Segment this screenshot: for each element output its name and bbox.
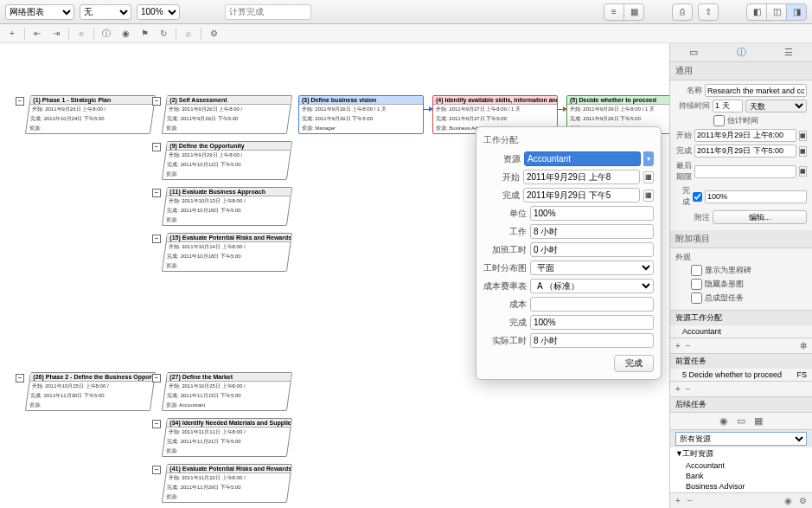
card-title: (26) Phase 2 - Define the Business Oppor… bbox=[30, 373, 154, 382]
field-end[interactable] bbox=[694, 145, 796, 158]
resource-row[interactable]: Accountant bbox=[670, 460, 812, 471]
task-card[interactable]: (27) Define the Market开始: 2011年10月25日 上午… bbox=[162, 372, 292, 411]
collapse-toggle[interactable]: − bbox=[152, 420, 161, 428]
collapse-toggle[interactable]: − bbox=[152, 235, 161, 243]
checkbox-extra[interactable] bbox=[691, 293, 702, 304]
calendar-icon[interactable]: ▦ bbox=[643, 190, 654, 202]
card-start: 开始: 2011年9月26日 上午8:00 / 1 天 bbox=[299, 105, 423, 114]
resource-row[interactable]: Bank bbox=[670, 471, 812, 481]
resource-filter-select[interactable]: 所有资源 bbox=[675, 432, 807, 446]
field-unit[interactable] bbox=[530, 206, 654, 221]
dropdown-icon[interactable]: ▾ bbox=[643, 151, 654, 166]
search-input[interactable] bbox=[225, 4, 311, 20]
field-work[interactable] bbox=[530, 224, 654, 239]
person-icon[interactable]: ◉ bbox=[784, 496, 792, 505]
collapse-toggle[interactable]: − bbox=[16, 97, 24, 106]
task-card[interactable]: (2) Self Assessment开始: 2011年9月26日 上午8:00… bbox=[162, 95, 292, 134]
card-resource: 资源: bbox=[27, 124, 150, 133]
remove-icon[interactable]: − bbox=[687, 496, 693, 505]
inspector-tab-doc[interactable]: ▭ bbox=[670, 43, 718, 61]
field-contour[interactable]: 平面 bbox=[530, 260, 654, 275]
redo-icon[interactable]: ↻ bbox=[157, 27, 170, 41]
zoom-icon[interactable]: ⌕ bbox=[182, 27, 195, 41]
add-icon[interactable]: + bbox=[5, 27, 19, 41]
collapse-toggle[interactable]: − bbox=[152, 466, 161, 474]
field-rate[interactable]: A （标准） bbox=[530, 279, 654, 293]
collapse-toggle[interactable]: − bbox=[152, 374, 161, 383]
edit-notes-button[interactable]: 编辑... bbox=[713, 210, 807, 224]
remove-icon[interactable]: − bbox=[686, 341, 691, 350]
panel-right-icon[interactable]: ◨ bbox=[786, 3, 807, 21]
field-pstart[interactable] bbox=[523, 170, 640, 184]
checkbox-complete[interactable] bbox=[693, 192, 702, 202]
settings-icon[interactable]: ⚙ bbox=[207, 27, 221, 41]
checkbox-estimate[interactable] bbox=[713, 115, 725, 126]
calendar-icon[interactable]: ▦ bbox=[799, 131, 807, 141]
collapse-toggle[interactable]: − bbox=[152, 189, 161, 197]
add-icon[interactable]: + bbox=[675, 341, 681, 350]
checkbox-extra[interactable] bbox=[691, 279, 702, 290]
header-assignments: 资源工作分配 bbox=[675, 312, 722, 324]
checkbox-extra[interactable] bbox=[691, 265, 702, 276]
person-icon[interactable]: ◉ bbox=[719, 415, 728, 427]
task-card[interactable]: (34) Identify Needed Materials and Suppl… bbox=[162, 418, 292, 457]
add-icon[interactable]: + bbox=[675, 384, 681, 394]
grid-icon[interactable]: ▦ bbox=[754, 415, 763, 427]
gear-icon[interactable]: ⚙ bbox=[799, 496, 807, 505]
predecessor-row[interactable]: 5 Decide whether to proceedFS bbox=[670, 369, 812, 381]
remove-icon[interactable]: − bbox=[686, 384, 691, 394]
person-icon[interactable]: ◉ bbox=[118, 27, 132, 41]
duration-unit-select[interactable]: 天数 bbox=[745, 100, 807, 113]
calendar-icon[interactable]: ▦ bbox=[799, 146, 807, 157]
field-complete[interactable] bbox=[705, 190, 807, 203]
task-card[interactable]: (26) Phase 2 - Define the Business Oppor… bbox=[25, 372, 156, 411]
field-duration[interactable] bbox=[713, 100, 743, 113]
add-icon[interactable]: + bbox=[675, 496, 681, 505]
resource-group[interactable]: ▼工时资源 bbox=[670, 447, 812, 460]
field-resource[interactable] bbox=[524, 151, 641, 166]
field-name[interactable] bbox=[705, 84, 807, 97]
view-type-select[interactable]: 网络图表 bbox=[5, 4, 74, 20]
card-end: 完成: 2011年10月18日 下午5:00 bbox=[164, 252, 288, 261]
flag-icon[interactable]: ⚑ bbox=[137, 27, 151, 41]
section-extra: 附加项目 bbox=[670, 230, 812, 248]
collapse-toggle[interactable]: − bbox=[152, 97, 161, 106]
info-icon[interactable]: ⓘ bbox=[99, 27, 113, 41]
field-pend[interactable] bbox=[523, 188, 640, 203]
task-card[interactable]: (9) Define the Opportunity开始: 2011年9月29日… bbox=[162, 141, 292, 180]
task-card[interactable]: (15) Evaluate Potential Risks and Reward… bbox=[162, 233, 292, 272]
collapse-toggle[interactable]: − bbox=[16, 374, 24, 383]
share-icon[interactable]: ⇪ bbox=[698, 3, 719, 21]
link-icon[interactable]: ⟐ bbox=[74, 27, 88, 41]
collapse-toggle[interactable]: − bbox=[152, 143, 161, 151]
action-icon[interactable]: ✼ bbox=[800, 341, 807, 350]
inspector-tab-info[interactable]: ⓘ bbox=[718, 43, 765, 61]
resource-row[interactable]: Business Advisor bbox=[670, 481, 812, 492]
indent-icon[interactable]: ⇥ bbox=[49, 27, 63, 41]
zoom-select[interactable]: 100% bbox=[137, 4, 180, 20]
print-icon[interactable]: ⎙ bbox=[672, 3, 693, 21]
task-card[interactable]: (11) Evaluate Business Approach开始: 2011年… bbox=[162, 187, 292, 226]
done-button[interactable]: 完成 bbox=[614, 355, 654, 372]
filter-select[interactable]: 无 bbox=[80, 4, 131, 20]
field-overtime[interactable] bbox=[530, 242, 654, 257]
view-grid-icon[interactable]: ▦ bbox=[623, 3, 644, 21]
outdent-icon[interactable]: ⇤ bbox=[30, 27, 44, 41]
calendar-icon[interactable]: ▦ bbox=[799, 166, 807, 177]
field-actual[interactable] bbox=[530, 333, 654, 348]
task-card[interactable]: (41) Evaluate Potential Risks and Reward… bbox=[162, 464, 292, 503]
task-card[interactable]: (3) Define business vision开始: 2011年9月26日… bbox=[298, 95, 424, 134]
section-general: 通用 bbox=[670, 62, 812, 80]
inspector-tab-adjust[interactable]: ☰ bbox=[764, 43, 812, 61]
panel-left-icon[interactable]: ◧ bbox=[746, 3, 767, 21]
panel-mid-icon[interactable]: ◫ bbox=[766, 3, 787, 21]
task-card[interactable]: (1) Phase 1 - Strategic Plan开始: 2011年9月2… bbox=[25, 95, 156, 134]
field-deadline[interactable] bbox=[694, 165, 796, 178]
card-icon[interactable]: ▭ bbox=[737, 415, 745, 427]
assignment-row[interactable]: Accountant bbox=[670, 325, 812, 338]
calendar-icon[interactable]: ▦ bbox=[643, 171, 654, 183]
field-pct[interactable] bbox=[530, 315, 654, 330]
field-cost[interactable] bbox=[530, 297, 654, 312]
field-start[interactable] bbox=[694, 129, 796, 142]
view-list-icon[interactable]: ≡ bbox=[604, 3, 624, 21]
